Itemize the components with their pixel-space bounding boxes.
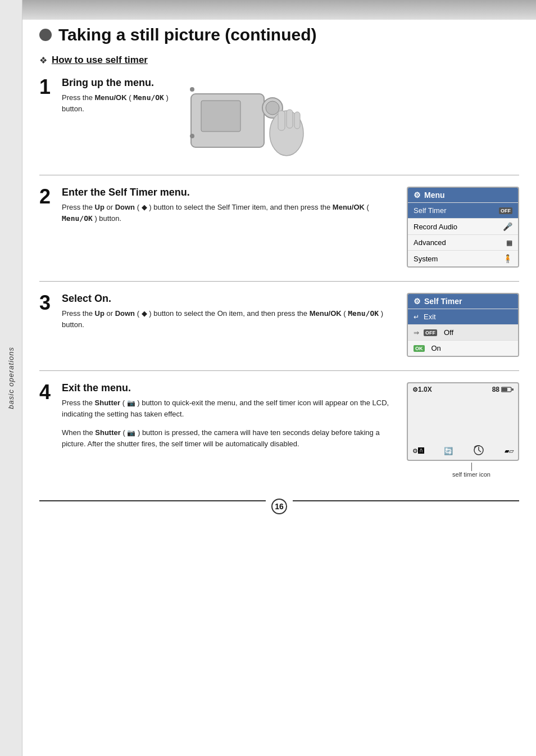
exit-arrow-icon: ↵ xyxy=(414,313,419,321)
off-arrow-icon: ⇒ xyxy=(414,329,419,337)
film-icon: ▦ xyxy=(506,239,512,247)
camera-display-topbar: ⚙ 1.0X 88 xyxy=(408,383,518,396)
step-1-layout: Bring up the menu. Press the Menu/OK ( M… xyxy=(62,77,519,161)
step-3-body: Select On. Press the Up or Down ( ◆ ) bu… xyxy=(62,293,519,357)
self-timer-exit-row: ↵ Exit xyxy=(408,309,518,324)
step-4-title: Exit the menu. xyxy=(62,382,396,394)
menu-row-selftimer-badge: OFF xyxy=(499,207,512,214)
self-timer-panel: ⚙ Self Timer ↵ Exit ⇒ OFF Off OK On xyxy=(407,293,519,357)
step-2-title: Enter the Self Timer menu. xyxy=(62,187,396,198)
self-timer-icon-label: self timer icon xyxy=(440,463,502,478)
menu-row-selftimer: Self Timer OFF xyxy=(408,202,518,218)
sidebar: basic operations xyxy=(0,0,22,756)
menu-row-advanced-label: Advanced xyxy=(414,238,446,247)
camera-svg xyxy=(180,77,309,161)
menu-row-recordaudio: Record Audio 🎤 xyxy=(408,218,518,234)
page-title: Taking a still picture (continued) xyxy=(58,25,316,44)
sidebar-label: basic operations xyxy=(7,347,15,409)
svg-line-15 xyxy=(479,450,481,452)
ok-badge: OK xyxy=(414,345,425,352)
step-1-text: Bring up the menu. Press the Menu/OK ( M… xyxy=(62,77,169,114)
page-footer: 16 xyxy=(39,500,519,514)
step-4-extra-desc: When the Shutter ( 📷 ) button is pressed… xyxy=(62,427,396,449)
menu-row-recordaudio-label: Record Audio xyxy=(414,223,457,231)
camera-display-bottombar: ⚙🅰 🔄 xyxy=(408,442,518,460)
svg-rect-12 xyxy=(512,388,514,391)
step-1-body: Bring up the menu. Press the Menu/OK ( M… xyxy=(62,77,519,161)
menu-row-selftimer-label: Self Timer xyxy=(414,206,447,215)
divider-3 xyxy=(39,370,519,371)
step-2-text: Enter the Self Timer menu. Press the Up … xyxy=(62,187,396,224)
camera-bottom-icon2: 🔄 xyxy=(444,447,453,455)
step-2-number: 2 xyxy=(39,187,56,207)
step-2-layout: Enter the Self Timer menu. Press the Up … xyxy=(62,187,519,268)
svg-point-3 xyxy=(190,134,194,138)
divider-2 xyxy=(39,281,519,282)
step-3: 3 Select On. Press the Up or Down ( ◆ ) … xyxy=(39,293,519,368)
step-1-title: Bring up the menu. xyxy=(62,77,169,89)
self-timer-on-row: OK On xyxy=(408,340,518,356)
step-4-text: Exit the menu. Press the Shutter ( 📷 ) b… xyxy=(62,382,396,449)
svg-rect-1 xyxy=(201,101,240,132)
step-4-number: 4 xyxy=(39,382,56,402)
section-heading: ❖ How to use self timer xyxy=(39,55,519,66)
step-4-body: Exit the menu. Press the Shutter ( 📷 ) b… xyxy=(62,382,519,461)
camera-display: ⚙ 1.0X 88 xyxy=(407,382,519,461)
section-heading-text: How to use self timer xyxy=(52,55,148,66)
svg-rect-11 xyxy=(502,388,507,391)
shots-value: 88 xyxy=(492,386,499,393)
menu-panel: ⚙ Menu Self Timer OFF Record Audio 🎤 Adv… xyxy=(407,187,519,268)
step-3-desc: Press the Up or Down ( ◆ ) button to sel… xyxy=(62,308,396,330)
off-badge: OFF xyxy=(424,329,437,336)
step-4-desc: Press the Shutter ( 📷 ) button to quick-… xyxy=(62,397,396,419)
step-2-desc: Press the Up or Down ( ◆ ) button to sel… xyxy=(62,202,396,224)
camera-illustration xyxy=(180,77,309,161)
page-title-container: Taking a still picture (continued) xyxy=(39,25,519,44)
self-timer-header-icon: ⚙ xyxy=(414,297,421,306)
menu-header-icon: ⚙ xyxy=(414,191,421,200)
self-timer-exit-label: Exit xyxy=(424,313,436,321)
menu-header-label: Menu xyxy=(424,191,445,200)
camera-display-wrapper: ⚙ 1.0X 88 xyxy=(407,382,519,461)
self-timer-off-label: Off xyxy=(444,328,453,337)
divider-1 xyxy=(39,175,519,175)
battery-icon xyxy=(501,386,514,393)
top-gradient-bar xyxy=(0,0,536,20)
svg-rect-9 xyxy=(294,112,300,129)
step-3-number: 3 xyxy=(39,293,56,313)
zoom-icon: ⚙ xyxy=(412,386,418,393)
step-4: 4 Exit the menu. Press the Shutter ( 📷 )… xyxy=(39,382,519,472)
self-timer-header-label: Self Timer xyxy=(424,297,462,306)
zoom-value: 1.0X xyxy=(418,386,432,393)
mic-icon: 🎤 xyxy=(503,222,512,231)
step-3-layout: Select On. Press the Up or Down ( ◆ ) bu… xyxy=(62,293,519,357)
person-icon: 🧍 xyxy=(503,254,512,263)
step-3-text: Select On. Press the Up or Down ( ◆ ) bu… xyxy=(62,293,396,330)
self-timer-header: ⚙ Self Timer xyxy=(408,294,518,309)
diamond-icon: ❖ xyxy=(39,55,47,66)
camera-bottom-icon3: ▰▱ xyxy=(505,447,514,455)
step-4-layout: Exit the menu. Press the Shutter ( 📷 ) b… xyxy=(62,382,519,461)
svg-rect-7 xyxy=(278,111,285,130)
svg-point-2 xyxy=(190,87,194,92)
self-timer-on-label: On xyxy=(431,344,441,352)
step-1-desc: Press the Menu/OK ( Menu/OK )button. xyxy=(62,92,169,114)
svg-rect-8 xyxy=(287,110,293,128)
menu-row-system-label: System xyxy=(414,255,438,263)
camera-bottom-icon1: ⚙🅰 xyxy=(412,447,424,455)
step-2-body: Enter the Self Timer menu. Press the Up … xyxy=(62,187,519,268)
self-timer-label-text: self timer icon xyxy=(452,471,490,478)
step-2: 2 Enter the Self Timer menu. Press the U… xyxy=(39,187,519,279)
step-1: 1 Bring up the menu. Press the Menu/OK (… xyxy=(39,77,519,173)
self-timer-icon-svg xyxy=(473,445,485,456)
self-timer-display-icon xyxy=(473,445,485,458)
step-1-number: 1 xyxy=(39,77,56,97)
menu-header: ⚙ Menu xyxy=(408,188,518,202)
menu-row-system: System 🧍 xyxy=(408,250,518,266)
step-3-title: Select On. xyxy=(62,293,396,305)
page-number: 16 xyxy=(271,499,287,514)
main-content: Taking a still picture (continued) ❖ How… xyxy=(22,0,536,537)
menu-row-advanced: Advanced ▦ xyxy=(408,234,518,250)
self-timer-off-row: ⇒ OFF Off xyxy=(408,324,518,340)
title-circle-icon xyxy=(39,29,52,41)
